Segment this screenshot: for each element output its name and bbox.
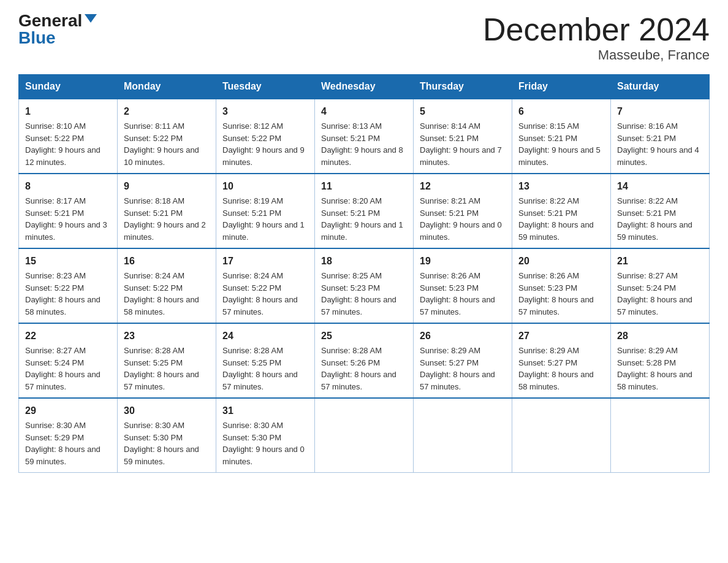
calendar-cell bbox=[414, 398, 512, 473]
header-tuesday: Tuesday bbox=[216, 75, 315, 99]
calendar-cell: 1 Sunrise: 8:10 AMSunset: 5:22 PMDayligh… bbox=[19, 99, 118, 174]
calendar-title: December 2024 bbox=[483, 12, 710, 47]
day-info: Sunrise: 8:29 AMSunset: 5:27 PMDaylight:… bbox=[420, 345, 506, 393]
day-number: 16 bbox=[124, 254, 210, 269]
header-friday: Friday bbox=[512, 75, 611, 99]
week-row-4: 22 Sunrise: 8:27 AMSunset: 5:24 PMDaylig… bbox=[19, 323, 710, 398]
calendar-cell bbox=[315, 398, 414, 473]
day-number: 30 bbox=[124, 404, 210, 418]
calendar-cell: 5 Sunrise: 8:14 AMSunset: 5:21 PMDayligh… bbox=[414, 99, 512, 174]
day-info: Sunrise: 8:25 AMSunset: 5:23 PMDaylight:… bbox=[321, 270, 407, 318]
header-monday: Monday bbox=[118, 75, 216, 99]
calendar-cell: 4 Sunrise: 8:13 AMSunset: 5:21 PMDayligh… bbox=[315, 99, 414, 174]
week-row-1: 1 Sunrise: 8:10 AMSunset: 5:22 PMDayligh… bbox=[19, 99, 710, 174]
day-info: Sunrise: 8:10 AMSunset: 5:22 PMDaylight:… bbox=[25, 120, 111, 168]
calendar-cell: 13 Sunrise: 8:22 AMSunset: 5:21 PMDaylig… bbox=[512, 174, 611, 248]
calendar-cell: 27 Sunrise: 8:29 AMSunset: 5:27 PMDaylig… bbox=[512, 323, 611, 398]
day-number: 6 bbox=[518, 104, 604, 119]
day-info: Sunrise: 8:20 AMSunset: 5:21 PMDaylight:… bbox=[321, 195, 407, 243]
calendar-cell: 18 Sunrise: 8:25 AMSunset: 5:23 PMDaylig… bbox=[315, 248, 414, 323]
day-number: 3 bbox=[222, 104, 308, 119]
day-number: 25 bbox=[321, 329, 407, 343]
week-row-3: 15 Sunrise: 8:23 AMSunset: 5:22 PMDaylig… bbox=[19, 248, 710, 323]
calendar-cell: 7 Sunrise: 8:16 AMSunset: 5:21 PMDayligh… bbox=[611, 99, 710, 174]
day-number: 19 bbox=[420, 254, 506, 269]
day-info: Sunrise: 8:13 AMSunset: 5:21 PMDaylight:… bbox=[321, 120, 407, 168]
day-number: 5 bbox=[420, 104, 506, 119]
logo-general: General bbox=[18, 12, 82, 29]
day-number: 29 bbox=[25, 404, 111, 418]
calendar-cell: 15 Sunrise: 8:23 AMSunset: 5:22 PMDaylig… bbox=[19, 248, 118, 323]
title-block: December 2024 Masseube, France bbox=[483, 12, 710, 63]
day-info: Sunrise: 8:24 AMSunset: 5:22 PMDaylight:… bbox=[222, 270, 308, 318]
calendar-cell: 26 Sunrise: 8:29 AMSunset: 5:27 PMDaylig… bbox=[414, 323, 512, 398]
day-number: 20 bbox=[518, 254, 604, 269]
day-info: Sunrise: 8:16 AMSunset: 5:21 PMDaylight:… bbox=[617, 120, 703, 168]
calendar-cell: 9 Sunrise: 8:18 AMSunset: 5:21 PMDayligh… bbox=[118, 174, 216, 248]
calendar-cell: 19 Sunrise: 8:26 AMSunset: 5:23 PMDaylig… bbox=[414, 248, 512, 323]
day-info: Sunrise: 8:23 AMSunset: 5:22 PMDaylight:… bbox=[25, 270, 111, 318]
calendar-cell: 25 Sunrise: 8:28 AMSunset: 5:26 PMDaylig… bbox=[315, 323, 414, 398]
day-info: Sunrise: 8:11 AMSunset: 5:22 PMDaylight:… bbox=[124, 120, 210, 168]
calendar-cell: 23 Sunrise: 8:28 AMSunset: 5:25 PMDaylig… bbox=[118, 323, 216, 398]
day-info: Sunrise: 8:17 AMSunset: 5:21 PMDaylight:… bbox=[25, 195, 111, 243]
calendar-cell: 17 Sunrise: 8:24 AMSunset: 5:22 PMDaylig… bbox=[216, 248, 315, 323]
day-number: 7 bbox=[617, 104, 703, 119]
day-info: Sunrise: 8:28 AMSunset: 5:26 PMDaylight:… bbox=[321, 345, 407, 393]
calendar-cell: 29 Sunrise: 8:30 AMSunset: 5:29 PMDaylig… bbox=[19, 398, 118, 473]
day-info: Sunrise: 8:28 AMSunset: 5:25 PMDaylight:… bbox=[124, 345, 210, 393]
day-info: Sunrise: 8:18 AMSunset: 5:21 PMDaylight:… bbox=[124, 195, 210, 243]
calendar-cell: 14 Sunrise: 8:22 AMSunset: 5:21 PMDaylig… bbox=[611, 174, 710, 248]
day-info: Sunrise: 8:26 AMSunset: 5:23 PMDaylight:… bbox=[518, 270, 604, 318]
day-info: Sunrise: 8:27 AMSunset: 5:24 PMDaylight:… bbox=[25, 345, 111, 393]
calendar-cell: 20 Sunrise: 8:26 AMSunset: 5:23 PMDaylig… bbox=[512, 248, 611, 323]
calendar-cell: 12 Sunrise: 8:21 AMSunset: 5:21 PMDaylig… bbox=[414, 174, 512, 248]
day-number: 28 bbox=[617, 329, 703, 343]
calendar-cell: 11 Sunrise: 8:20 AMSunset: 5:21 PMDaylig… bbox=[315, 174, 414, 248]
calendar-cell: 31 Sunrise: 8:30 AMSunset: 5:30 PMDaylig… bbox=[216, 398, 315, 473]
day-info: Sunrise: 8:30 AMSunset: 5:30 PMDaylight:… bbox=[222, 419, 308, 467]
day-info: Sunrise: 8:24 AMSunset: 5:22 PMDaylight:… bbox=[124, 270, 210, 318]
calendar-table: Sunday Monday Tuesday Wednesday Thursday… bbox=[18, 74, 710, 473]
logo: General Blue bbox=[18, 12, 97, 47]
calendar-cell: 21 Sunrise: 8:27 AMSunset: 5:24 PMDaylig… bbox=[611, 248, 710, 323]
day-info: Sunrise: 8:29 AMSunset: 5:27 PMDaylight:… bbox=[518, 345, 604, 393]
day-info: Sunrise: 8:19 AMSunset: 5:21 PMDaylight:… bbox=[222, 195, 308, 243]
day-number: 15 bbox=[25, 254, 111, 269]
day-number: 26 bbox=[420, 329, 506, 343]
day-number: 22 bbox=[25, 329, 111, 343]
day-number: 24 bbox=[222, 329, 308, 343]
day-number: 11 bbox=[321, 179, 407, 194]
day-number: 31 bbox=[222, 404, 308, 418]
day-number: 21 bbox=[617, 254, 703, 269]
calendar-cell: 2 Sunrise: 8:11 AMSunset: 5:22 PMDayligh… bbox=[118, 99, 216, 174]
day-info: Sunrise: 8:29 AMSunset: 5:28 PMDaylight:… bbox=[617, 345, 703, 393]
day-info: Sunrise: 8:14 AMSunset: 5:21 PMDaylight:… bbox=[420, 120, 506, 168]
calendar-cell bbox=[611, 398, 710, 473]
day-info: Sunrise: 8:26 AMSunset: 5:23 PMDaylight:… bbox=[420, 270, 506, 318]
calendar-cell: 8 Sunrise: 8:17 AMSunset: 5:21 PMDayligh… bbox=[19, 174, 118, 248]
day-info: Sunrise: 8:27 AMSunset: 5:24 PMDaylight:… bbox=[617, 270, 703, 318]
calendar-cell: 10 Sunrise: 8:19 AMSunset: 5:21 PMDaylig… bbox=[216, 174, 315, 248]
day-number: 9 bbox=[124, 179, 210, 194]
day-info: Sunrise: 8:28 AMSunset: 5:25 PMDaylight:… bbox=[222, 345, 308, 393]
calendar-cell: 16 Sunrise: 8:24 AMSunset: 5:22 PMDaylig… bbox=[118, 248, 216, 323]
day-number: 27 bbox=[518, 329, 604, 343]
day-number: 2 bbox=[124, 104, 210, 119]
calendar-cell: 30 Sunrise: 8:30 AMSunset: 5:30 PMDaylig… bbox=[118, 398, 216, 473]
day-info: Sunrise: 8:22 AMSunset: 5:21 PMDaylight:… bbox=[518, 195, 604, 243]
day-info: Sunrise: 8:21 AMSunset: 5:21 PMDaylight:… bbox=[420, 195, 506, 243]
calendar-subtitle: Masseube, France bbox=[483, 47, 710, 63]
day-number: 18 bbox=[321, 254, 407, 269]
header-saturday: Saturday bbox=[611, 75, 710, 99]
day-info: Sunrise: 8:15 AMSunset: 5:21 PMDaylight:… bbox=[518, 120, 604, 168]
header-thursday: Thursday bbox=[414, 75, 512, 99]
logo-blue: Blue bbox=[18, 29, 56, 47]
header-sunday: Sunday bbox=[19, 75, 118, 99]
calendar-cell: 24 Sunrise: 8:28 AMSunset: 5:25 PMDaylig… bbox=[216, 323, 315, 398]
day-number: 12 bbox=[420, 179, 506, 194]
week-row-2: 8 Sunrise: 8:17 AMSunset: 5:21 PMDayligh… bbox=[19, 174, 710, 248]
week-row-5: 29 Sunrise: 8:30 AMSunset: 5:29 PMDaylig… bbox=[19, 398, 710, 473]
day-info: Sunrise: 8:30 AMSunset: 5:30 PMDaylight:… bbox=[124, 419, 210, 467]
day-info: Sunrise: 8:30 AMSunset: 5:29 PMDaylight:… bbox=[25, 419, 111, 467]
